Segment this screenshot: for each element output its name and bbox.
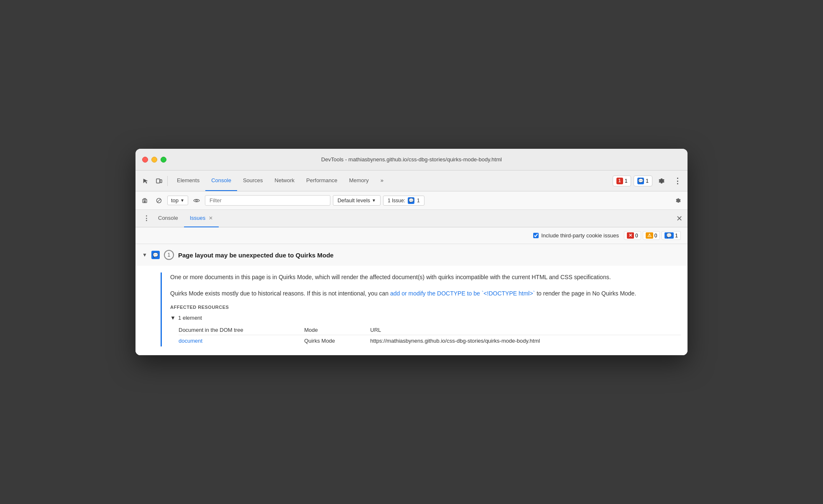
table-header-row: Document in the DOM tree Mode URL <box>179 325 681 335</box>
svg-rect-0 <box>156 179 160 183</box>
message-icon: 💬 <box>637 178 644 184</box>
devtools-window: DevTools - mathiasbynens.github.io/css-d… <box>135 149 688 355</box>
default-levels-label: Default levels <box>337 197 370 204</box>
close-panel-button[interactable]: ✕ <box>676 214 682 223</box>
third-party-checkbox[interactable] <box>533 233 539 238</box>
col-document-header: Document in the DOM tree <box>179 325 304 335</box>
filter-input[interactable] <box>205 195 330 206</box>
error-badge-button[interactable]: 1 1 <box>613 176 631 186</box>
message-count: 1 <box>646 178 649 184</box>
toolbar-separator <box>167 176 168 186</box>
warning-badge-icon: ⚠ <box>646 232 653 239</box>
console-settings-icon[interactable] <box>672 195 684 206</box>
tab-elements[interactable]: Elements <box>171 171 205 191</box>
issue-count: 1 <box>417 198 420 204</box>
error-count-label: 0 <box>635 233 638 239</box>
context-label: top <box>171 197 179 204</box>
default-levels-button[interactable]: Default levels ▼ <box>333 195 381 206</box>
tab-console[interactable]: Console <box>205 171 237 191</box>
clear-console-button[interactable] <box>139 195 151 206</box>
tab-performance[interactable]: Performance <box>300 171 343 191</box>
issues-panel-label: Issues <box>190 215 206 221</box>
info-badge-icon: 💬 <box>665 232 674 239</box>
affected-resources-title: AFFECTED RESOURCES <box>170 305 681 310</box>
resource-document-cell: document <box>179 335 304 346</box>
more-options-button[interactable]: ⋮ <box>671 174 684 188</box>
minimize-button[interactable] <box>151 157 157 163</box>
issue-detail: One or more documents in this page is in… <box>135 272 688 355</box>
issue-row[interactable]: ▼ 💬 1 Page layout may be unexpected due … <box>135 244 688 266</box>
third-party-label: Include third-party cookie issues <box>541 232 619 239</box>
third-party-checkbox-label[interactable]: Include third-party cookie issues <box>533 232 619 239</box>
close-button[interactable] <box>142 157 148 163</box>
affected-resources-section: AFFECTED RESOURCES ▼ 1 element Document … <box>170 305 681 346</box>
tab-memory[interactable]: Memory <box>343 171 375 191</box>
window-title: DevTools - mathiasbynens.github.io/css-d… <box>321 156 502 163</box>
traffic-lights <box>142 157 166 163</box>
warning-count-badge: ⚠ 0 <box>643 231 660 240</box>
issue-border-left: One or more documents in this page is in… <box>161 272 681 346</box>
tab-sources[interactable]: Sources <box>237 171 269 191</box>
close-issues-tab-icon[interactable]: ✕ <box>209 215 213 221</box>
chevron-down-icon: ▼ <box>372 198 376 203</box>
chevron-down-icon: ▼ <box>180 198 184 203</box>
tab-console-panel[interactable]: Console <box>152 210 184 227</box>
tab-more[interactable]: » <box>375 171 389 191</box>
col-url-header: URL <box>370 325 681 335</box>
error-badge-icon: ✕ <box>627 232 634 239</box>
svg-point-7 <box>196 200 197 201</box>
maximize-button[interactable] <box>161 157 166 163</box>
settings-button[interactable] <box>655 174 668 188</box>
expand-icon[interactable]: ▼ <box>142 252 147 258</box>
inspect-element-button[interactable] <box>139 174 152 188</box>
issue-link[interactable]: add or modify the DOCTYPE to be `<!DOCTY… <box>390 290 535 297</box>
error-icon: 1 <box>616 178 623 184</box>
console-panel-label: Console <box>158 215 178 221</box>
console-settings-button[interactable] <box>672 195 684 206</box>
issue-count-badges: ✕ 0 ⚠ 0 💬 1 <box>624 231 681 240</box>
resource-document-link[interactable]: document <box>179 338 202 344</box>
resource-expand-arrow: ▼ <box>170 315 176 321</box>
panel-header: ⋮ Console Issues ✕ ✕ <box>135 210 688 227</box>
main-tabs: Elements Console Sources Network Perform… <box>171 171 389 191</box>
console-secondary-toolbar: top ▼ Default levels ▼ 1 Issue: 💬 1 <box>135 191 688 210</box>
issue-count-icon: 💬 <box>408 197 414 204</box>
info-count-badge: 💬 1 <box>662 231 681 240</box>
more-panel-button[interactable]: ⋮ <box>141 213 152 224</box>
context-selector[interactable]: top ▼ <box>167 196 188 205</box>
devtools-toolbar: Elements Console Sources Network Perform… <box>135 171 688 191</box>
issue-label: 1 Issue: <box>388 198 405 204</box>
col-mode-header: Mode <box>304 325 370 335</box>
issue-description-2: Quirks Mode exists mostly due to histori… <box>170 289 681 298</box>
table-row: document Quirks Mode https://mathiasbyne… <box>179 335 681 346</box>
svg-line-6 <box>157 199 161 202</box>
svg-rect-1 <box>160 180 162 183</box>
issue-description-1: One or more documents in this page is in… <box>170 272 681 282</box>
resource-expand-button[interactable]: ▼ 1 element <box>170 315 681 321</box>
issues-content: ▼ 💬 1 Page layout may be unexpected due … <box>135 244 688 355</box>
resource-url-cell: https://mathiasbynens.github.io/css-dbg-… <box>370 335 681 346</box>
issue-count-circle: 1 <box>164 250 174 260</box>
issues-filter-bar: Include third-party cookie issues ✕ 0 ⚠ … <box>135 227 688 244</box>
warning-count-label: 0 <box>654 233 657 239</box>
tab-network[interactable]: Network <box>269 171 301 191</box>
issue-title: Page layout may be unexpected due to Qui… <box>178 252 334 259</box>
issue-badge-button[interactable]: 1 Issue: 💬 1 <box>383 196 424 206</box>
message-badge-button[interactable]: 💬 1 <box>634 176 652 186</box>
issue-type-icon: 💬 <box>151 251 160 259</box>
device-toolbar-button[interactable] <box>152 174 166 188</box>
resource-mode-cell: Quirks Mode <box>304 335 370 346</box>
issue-group: ▼ 💬 1 Page layout may be unexpected due … <box>135 244 688 355</box>
eye-button[interactable] <box>191 195 202 206</box>
no-symbol-button[interactable] <box>153 195 165 206</box>
info-count-label: 1 <box>675 233 678 239</box>
resource-table: Document in the DOM tree Mode URL docume… <box>179 325 681 346</box>
error-count-badge: ✕ 0 <box>624 231 641 240</box>
resource-group: ▼ 1 element Document in the DOM tree Mod… <box>170 315 681 346</box>
issue-count-number: 1 <box>168 252 171 258</box>
toolbar-right: 1 1 💬 1 ⋮ <box>613 174 684 188</box>
tab-issues-panel[interactable]: Issues ✕ <box>184 210 219 227</box>
title-bar: DevTools - mathiasbynens.github.io/css-d… <box>135 149 688 171</box>
error-count: 1 <box>625 178 628 184</box>
element-count-label: 1 element <box>178 315 202 321</box>
